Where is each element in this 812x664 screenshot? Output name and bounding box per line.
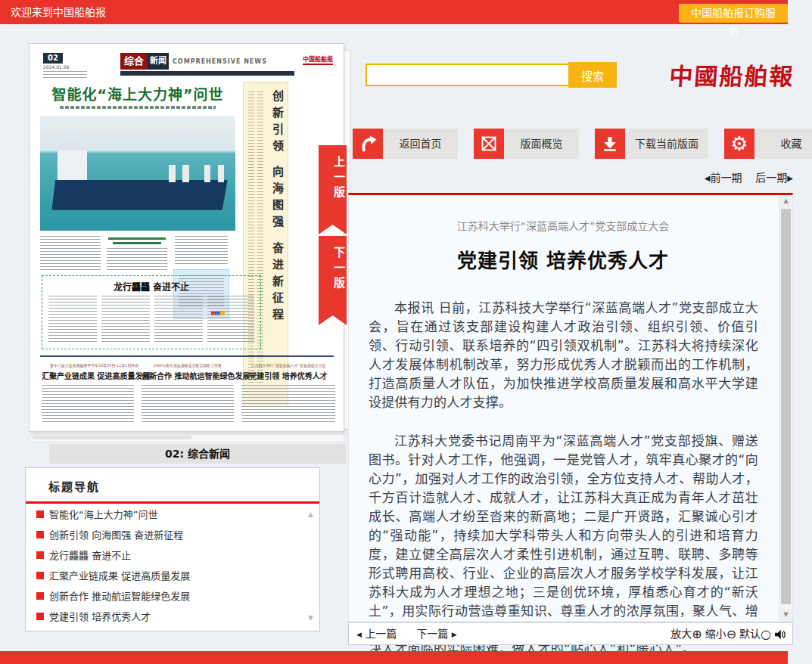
text-column: [107, 248, 167, 271]
read-aloud-button[interactable]: [774, 624, 786, 645]
feature-box-headline: 龙行龘龘 奋进不止: [42, 280, 260, 293]
text-column: [207, 296, 254, 343]
scroll-up-icon[interactable]: ▲: [779, 195, 792, 207]
newspaper-page-preview[interactable]: 02 2024.01.09 综合 新闻 COMPREHENSIVE NEWS 中…: [29, 43, 344, 432]
masthead-bar: [120, 71, 294, 76]
home-button[interactable]: 返回首页: [353, 129, 458, 159]
title-nav-item[interactable]: 智能化“海上大力神”问世: [36, 504, 319, 525]
prev-issue-link[interactable]: ◀前一期: [705, 172, 742, 184]
red-square-bullet-icon: [36, 592, 44, 600]
page-date: 2024.01.09: [43, 64, 69, 70]
zoom-out-control[interactable]: 缩小⊖: [705, 623, 736, 645]
ship-column: [182, 165, 188, 182]
green-subhead: [108, 237, 166, 240]
section-badge: 综合: [120, 53, 148, 70]
right-triangle-icon: ▶: [452, 631, 457, 638]
next-issue-link[interactable]: 后一期▶: [755, 172, 793, 184]
red-square-bullet-icon: [36, 572, 44, 579]
prev-page-label: 上一版: [319, 156, 347, 201]
text-column: [48, 296, 97, 343]
ship-column: [218, 165, 224, 182]
ship-column: [204, 165, 210, 182]
bottom-banner: [0, 651, 788, 664]
left-triangle-icon: ◀: [356, 631, 362, 638]
home-button-label: 返回首页: [383, 129, 458, 159]
preview-article: 第十六届大连海事展将于今年10月30日-11月1日举办 汇聚产业链成果 促进高质…: [42, 361, 134, 424]
download-page-label: 下载当前版面: [625, 129, 708, 159]
vertical-headline-column: 创新引领 向海图强 奋进新征程: [243, 82, 288, 407]
text-column: [241, 385, 335, 424]
zoom-in-control[interactable]: 放大⊕: [670, 623, 702, 645]
text-column: [42, 385, 134, 424]
section-name-en: COMPREHENSIVE NEWS: [173, 58, 267, 65]
layout-overview-label: 版面概览: [504, 129, 579, 159]
article-headline: 党建引领 培养优秀人才: [241, 370, 335, 381]
next-page-label: 下一版: [319, 247, 347, 292]
search-input[interactable]: [366, 64, 577, 86]
title-nav-item[interactable]: 汇聚产业链成果 促进高质量发展: [36, 566, 319, 586]
right-triangle-icon: ▶: [787, 174, 793, 182]
ship-superstructure: [58, 150, 87, 185]
masthead: 综合 新闻 COMPREHENSIVE NEWS: [120, 53, 267, 70]
brand-logo: 中國船舶報: [669, 57, 794, 86]
download-icon: [595, 129, 625, 159]
prev-article-link[interactable]: ◀ 上一篇: [356, 628, 397, 640]
prev-page-tab[interactable]: 上一版: [319, 145, 347, 234]
zoom-out-icon: ⊖: [726, 627, 736, 641]
zoom-in-icon: ⊕: [692, 627, 702, 641]
title-nav-item[interactable]: 龙行龘龘 奋进不止: [36, 545, 319, 566]
search-button[interactable]: 搜索: [568, 62, 617, 88]
speaker-icon: [774, 629, 786, 640]
page-number-box: 02: [43, 53, 63, 64]
text-column: [101, 296, 150, 343]
subscribe-button[interactable]: 中国船舶报订购服务: [679, 4, 788, 23]
article-control-bar: ◀ 上一篇下一篇 ▶ 放大⊕ 缩小⊖ 默认○: [348, 622, 793, 645]
preview-main-headline: 智能化“海上大力神”问世: [36, 83, 240, 104]
preview-vertical-headline: 创新引领 向海图强 奋进新征程: [269, 90, 285, 399]
ship-column: [169, 165, 175, 182]
article-scrollbar[interactable]: ▲ ▼: [779, 195, 792, 621]
ship-hull: [51, 180, 227, 210]
article-eyebrow: 江苏科大举行“深蓝高端人才”党支部成立大会: [250, 362, 327, 368]
scroll-up-icon[interactable]: ▲: [308, 510, 313, 518]
welcome-text: 欢迎来到中国船舶报: [11, 0, 106, 24]
preview-subhead-line: [60, 106, 216, 109]
next-article-link[interactable]: 下一篇 ▶: [416, 628, 456, 640]
scrollbar-thumb[interactable]: [781, 209, 791, 604]
zoom-default-icon: ○: [761, 627, 771, 641]
green-subhead: [113, 242, 161, 244]
title-nav-item[interactable]: 创新引领 向海图强 奋进新征程: [36, 525, 319, 545]
article-paragraph: 本报讯 日前，江苏科技大学举行“深蓝高端人才”党支部成立大会，旨在通过该支部建设…: [369, 299, 758, 412]
return-arrow-icon: [353, 129, 383, 159]
feature-box: 龙行龘龘 奋进不止: [42, 275, 261, 349]
ship-photo: [40, 116, 235, 231]
section-divider: [40, 355, 334, 357]
article-title: 党建引领 培养优秀人才: [372, 245, 754, 273]
scroll-down-icon[interactable]: ▼: [779, 609, 792, 621]
scrollbar-thumb[interactable]: [33, 436, 191, 439]
issue-navigation: ◀前一期 后一期▶: [348, 169, 793, 185]
favorite-button[interactable]: ⚙ 收藏: [724, 129, 812, 159]
article-panel: 江苏科大举行“深蓝高端人才”党支部成立大会 党建引领 培养优秀人才 本报讯 日前…: [348, 193, 793, 622]
zoom-default-control[interactable]: 默认○: [739, 623, 771, 645]
red-square-bullet-icon: [36, 510, 44, 518]
download-page-button[interactable]: 下载当前版面: [595, 129, 708, 159]
preview-article: DNV与南东海运油轮成立联合创新工作室 创新合作 推动航运智能绿色发展: [142, 361, 234, 424]
title-navigation-panel: 标题导航 智能化“海上大力神”问世 创新引领 向海图强 奋进新征程 龙行龘龘 奋…: [25, 467, 320, 631]
page-caption: 02: 综合新闻: [49, 444, 346, 464]
article-subtitle: 江苏科大举行“深蓝高端人才”党支部成立大会: [372, 218, 754, 233]
favorite-label: 收藏: [754, 129, 812, 159]
red-square-bullet-icon: [36, 613, 44, 620]
article-eyebrow: DNV与南东海运油轮成立联合创新工作室: [150, 362, 226, 368]
title-nav-item[interactable]: 创新合作 推动航运智能绿色发展: [36, 586, 319, 607]
grid-envelope-icon: [474, 129, 504, 159]
scroll-down-icon[interactable]: ▼: [308, 614, 313, 622]
preview-horizontal-scrollbar[interactable]: [30, 434, 344, 442]
title-navigation-header: 标题导航: [48, 478, 319, 494]
section-name: 新闻: [148, 53, 169, 70]
toolbar: 返回首页 版面概览 下载当前版面 ⚙ 收藏: [353, 129, 812, 159]
masthead-meta-lines: [43, 71, 87, 79]
title-nav-item[interactable]: 党建引领 培养优秀人才: [36, 607, 319, 627]
layout-overview-button[interactable]: 版面概览: [474, 129, 579, 159]
next-page-tab[interactable]: 下一版: [319, 236, 347, 325]
